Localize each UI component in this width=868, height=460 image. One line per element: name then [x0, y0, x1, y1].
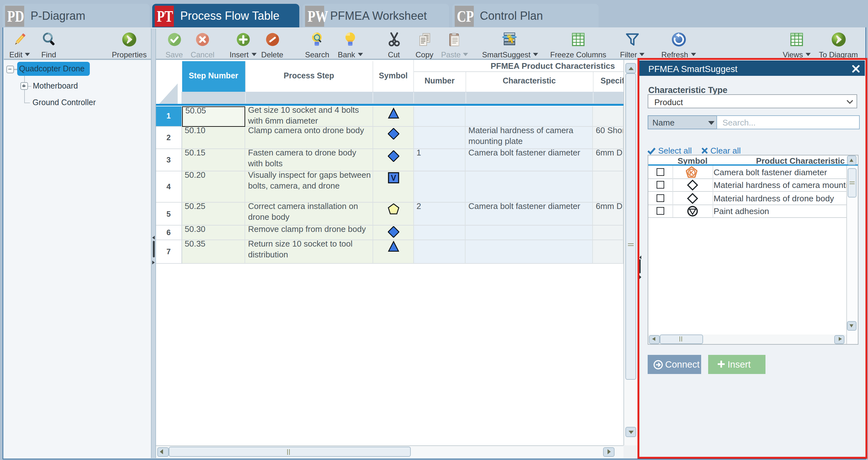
svg-text:V: V [391, 173, 396, 182]
svg-text:K: K [689, 169, 694, 176]
